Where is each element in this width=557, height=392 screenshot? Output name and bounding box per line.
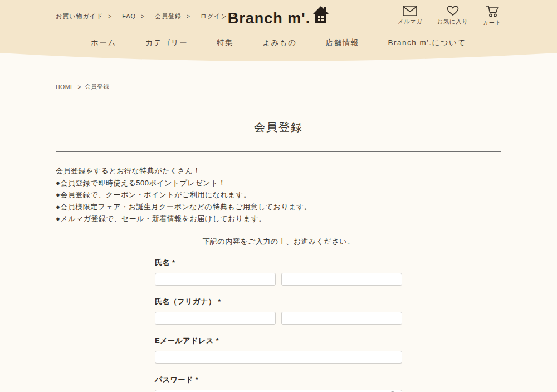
favorites-button[interactable]: お気に入り: [437, 6, 468, 27]
nav-item-features[interactable]: 特集: [217, 38, 233, 48]
benefit-item: ●会員登録で即時使える500ポイントプレゼント！: [56, 177, 501, 189]
password-input-wrap: [155, 390, 402, 392]
nav-item-category[interactable]: カテゴリー: [145, 38, 188, 48]
action-label: お気に入り: [437, 18, 468, 26]
site-header: お買い物ガイド > FAQ > 会員登録 > ログイン > Branch m'.: [0, 0, 557, 53]
house-icon: [312, 6, 329, 26]
header-top-links: お買い物ガイド > FAQ > 会員登録 > ログイン >: [56, 12, 237, 21]
field-label-text: Eメールアドレス: [155, 336, 214, 345]
top-link-shopping-guide[interactable]: お買い物ガイド >: [56, 12, 112, 21]
breadcrumb: HOME > 会員登録: [56, 83, 501, 91]
header-utility-row: お買い物ガイド > FAQ > 会員登録 > ログイン > Branch m'.: [0, 0, 557, 32]
top-link-label: お買い物ガイド: [56, 12, 103, 21]
field-group-email: Eメールアドレス*: [155, 336, 402, 364]
mail-icon: [403, 6, 417, 16]
last-name-input[interactable]: [155, 273, 276, 286]
field-group-name: 氏名*: [155, 258, 402, 286]
password-input[interactable]: [155, 390, 402, 392]
action-label: カート: [483, 19, 501, 27]
name-inputs-row: [155, 273, 402, 286]
required-mark: *: [196, 375, 199, 384]
top-link-register[interactable]: 会員登録 >: [155, 12, 190, 21]
header-actions: メルマガ お気に入り カート: [398, 6, 501, 27]
chevron-right-icon: >: [187, 13, 190, 19]
cart-icon: [486, 6, 499, 17]
top-link-faq[interactable]: FAQ >: [122, 13, 145, 19]
action-label: メルマガ: [398, 18, 423, 26]
breadcrumb-separator: >: [78, 84, 82, 90]
main-content: HOME > 会員登録 会員登録 会員登録をするとお得な特典がたくさん！ ●会員…: [56, 83, 501, 392]
nav-item-about[interactable]: Branch m'.について: [388, 38, 466, 48]
newsletter-button[interactable]: メルマガ: [398, 6, 423, 27]
required-mark: *: [172, 258, 175, 267]
nav-item-store-info[interactable]: 店舗情報: [325, 38, 359, 48]
password-field-label: パスワード*: [155, 375, 402, 385]
site-logo[interactable]: Branch m'.: [228, 6, 329, 26]
email-input[interactable]: [155, 351, 402, 364]
top-link-label: ログイン: [201, 12, 228, 21]
field-label-text: 氏名: [155, 258, 170, 267]
kana-field-label: 氏名（フリガナ）*: [155, 297, 402, 307]
main-nav: ホーム カテゴリー 特集 よみもの 店舗情報 Branch m'.について: [0, 32, 557, 53]
field-group-kana: 氏名（フリガナ）*: [155, 297, 402, 325]
page-title: 会員登録: [56, 120, 501, 135]
kana-inputs-row: [155, 312, 402, 325]
email-inputs-row: [155, 351, 402, 364]
title-divider: [56, 151, 501, 152]
field-group-password: パスワード*: [155, 375, 402, 392]
field-label-text: 氏名（フリガナ）: [155, 297, 216, 306]
benefit-item: ●会員様限定フェア・お誕生月クーポンなどの特典もご用意しております。: [56, 201, 501, 213]
email-field-label: Eメールアドレス*: [155, 336, 402, 346]
required-mark: *: [216, 336, 219, 345]
benefits-list: 会員登録をするとお得な特典がたくさん！ ●会員登録で即時使える500ポイントプレ…: [56, 165, 501, 225]
nav-item-reading[interactable]: よみもの: [262, 38, 296, 48]
cart-button[interactable]: カート: [483, 6, 501, 27]
first-name-input[interactable]: [281, 273, 402, 286]
header-curve-decoration: [0, 53, 557, 62]
required-mark: *: [218, 297, 221, 306]
breadcrumb-home-link[interactable]: HOME: [56, 84, 75, 90]
breadcrumb-current: 会員登録: [85, 83, 109, 91]
logo-text: Branch m'.: [228, 11, 310, 26]
benefit-item: ●会員登録で、クーポン・ポイントがご利用になれます。: [56, 189, 501, 201]
top-link-label: 会員登録: [155, 12, 182, 21]
registration-form: 氏名* 氏名（フリガナ）* Eメールアドレス*: [155, 258, 402, 392]
last-name-kana-input[interactable]: [155, 312, 276, 325]
benefits-intro: 会員登録をするとお得な特典がたくさん！: [56, 165, 501, 177]
field-label-text: パスワード: [155, 375, 193, 384]
form-instruction: 下記の内容をご入力の上、お進みください。: [56, 237, 501, 247]
heart-icon: [447, 6, 459, 16]
benefit-item: ●メルマガ登録で、セール・新着情報をお届けしております。: [56, 213, 501, 225]
first-name-kana-input[interactable]: [281, 312, 402, 325]
nav-item-home[interactable]: ホーム: [91, 38, 116, 48]
chevron-right-icon: >: [141, 13, 145, 19]
top-link-label: FAQ: [122, 13, 136, 19]
name-field-label: 氏名*: [155, 258, 402, 268]
chevron-right-icon: >: [108, 13, 112, 19]
